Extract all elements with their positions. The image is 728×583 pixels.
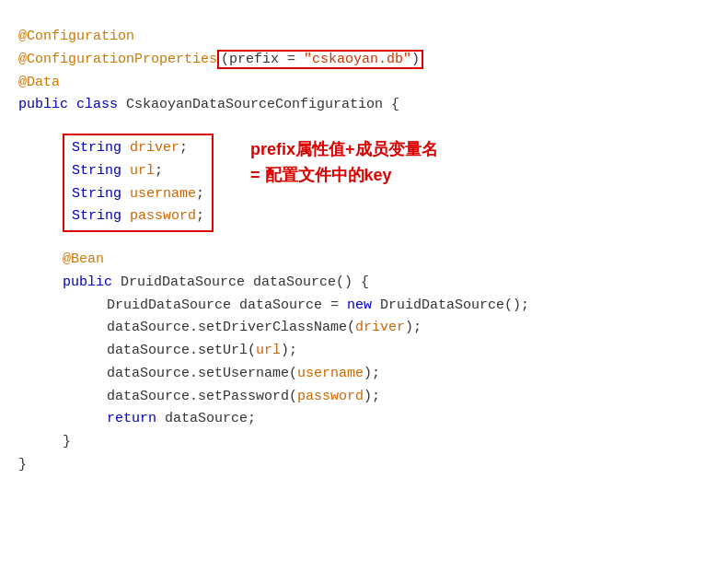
line-set-password: dataSource.setPassword(password);	[18, 386, 710, 409]
line-close-method: }	[18, 431, 710, 454]
line-annotation3: @Data	[18, 72, 710, 95]
line-set-username: dataSource.setUsername(username);	[18, 363, 710, 386]
annotation2-name: @ConfigurationProperties	[18, 52, 217, 67]
line-method-decl: public DruidDataSource dataSource() {	[18, 272, 710, 295]
callout-text: prefix属性值+成员变量名 = 配置文件中的key	[250, 137, 438, 189]
line-set-driver: dataSource.setDriverClassName(driver);	[18, 317, 710, 340]
fields-indent: String driver; String url; String userna…	[18, 134, 214, 232]
line-return: return dataSource;	[18, 408, 710, 431]
line-bean: @Bean	[18, 249, 710, 272]
line-class-decl: public class CskaoyanDataSourceConfigura…	[18, 94, 710, 117]
fields-red-box: String driver; String url; String userna…	[63, 134, 214, 232]
fields-section: String driver; String url; String userna…	[18, 134, 710, 232]
line-annotation2: @ConfigurationProperties(prefix = "cskao…	[18, 49, 710, 72]
code-block: @Configuration @ConfigurationProperties(…	[18, 17, 710, 486]
field-driver: String driver;	[72, 137, 204, 160]
line-set-url: dataSource.setUrl(url);	[18, 340, 710, 363]
gap1	[18, 117, 710, 134]
callout-line2: = 配置文件中的key	[250, 163, 438, 189]
annotation1-text: @Configuration	[18, 29, 134, 44]
field-username: String username;	[72, 183, 204, 206]
callout-line1: prefix属性值+成员变量名	[250, 137, 438, 163]
annotation2-args-box: (prefix = "cskaoyan.db")	[217, 50, 423, 69]
line-new-ds: DruidDataSource dataSource = new DruidDa…	[18, 295, 710, 318]
gap2	[18, 232, 710, 249]
field-password: String password;	[72, 205, 204, 228]
field-url: String url;	[72, 160, 204, 183]
line-annotation1: @Configuration	[18, 26, 710, 49]
line-close-class: }	[18, 454, 710, 477]
